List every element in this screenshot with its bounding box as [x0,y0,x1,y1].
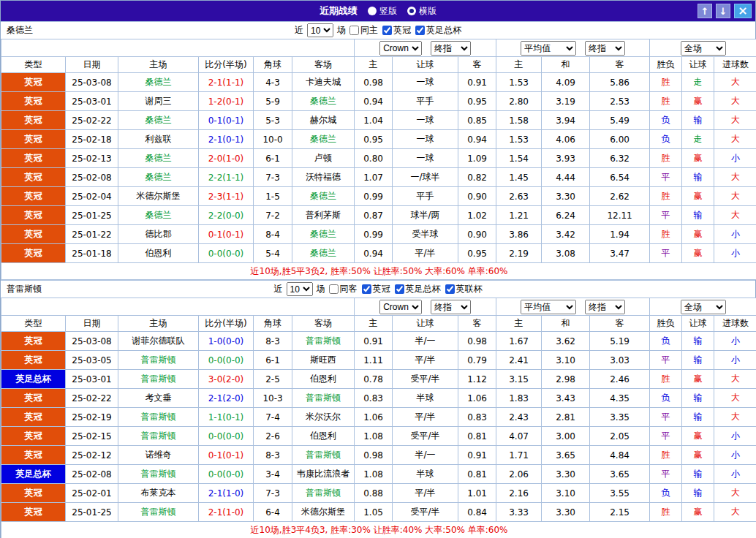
results-table: Crown 终指 平均值 终指 全场 类型日期主场比分(半场)角球客场主让球客主… [1,39,756,280]
home-team: 诺维奇 [118,446,199,465]
final-odds-select-1[interactable]: 终指 [431,41,471,56]
avg-odds-select[interactable]: 平均值 [521,300,576,314]
column-header: 主 [496,57,542,73]
corners: 4-3 [254,73,292,92]
filter-checkboxes: 同主英冠英足总杯 [349,24,461,37]
away-team: 米德尔斯堡 [292,503,355,522]
odds-company-select[interactable]: Crown [379,41,422,56]
result-goals: 大 [714,484,756,503]
result-handicap: 走 [682,73,714,92]
home-team: 桑德兰 [118,73,199,92]
filter-checkbox-input[interactable] [349,26,359,35]
avg-odds-home: 2.43 [496,408,542,427]
avg-odds-draw: 6.24 [542,206,590,225]
odds-company-select[interactable]: Crown [379,300,422,314]
match-type: 英足总杯 [1,465,66,484]
corners: 2-6 [254,427,292,446]
handicap-selects-cell: Crown 终指 [355,39,496,57]
near-label: 近 [295,24,303,37]
scroll-up-icon[interactable]: ↑ [698,4,712,18]
match-row: 英冠 25-01-25 桑德兰 2-2(0-0) 7-2 普利茅斯 0.87 球… [1,206,756,225]
avg-odds-away: 6.54 [590,168,650,187]
filter-checkbox[interactable]: 英足总杯 [415,24,461,37]
handicap-line: 一/球半 [393,168,458,187]
filter-checkbox-input[interactable] [445,284,455,294]
filter-checkbox[interactable]: 英联杯 [445,283,483,295]
filter-checkbox-input[interactable] [362,284,371,294]
final-odds-select-2[interactable]: 终指 [585,300,625,314]
column-header: 让球 [682,316,714,332]
final-odds-select-2[interactable]: 终指 [585,41,625,56]
filter-checkbox-input[interactable] [382,26,392,35]
home-team: 考文垂 [118,389,199,408]
match-date: 25-02-01 [66,484,118,503]
handicap-odds-away: 1.09 [458,149,496,168]
match-type: 英冠 [1,225,66,244]
filter-checkbox[interactable]: 同客 [329,283,358,295]
scope-select[interactable]: 全场 [681,41,726,56]
avg-odds-draw: 3.65 [542,446,590,465]
recent-count-select[interactable]: 10 [287,282,313,296]
filter-checkbox[interactable]: 英足总杯 [395,283,441,295]
result-handicap: 赢 [682,225,714,244]
match-row: 英足总杯 25-03-01 普雷斯顿 3-0(2-0) 2-5 伯恩利 0.78… [1,370,756,389]
away-team: 沃特福德 [292,168,355,187]
home-team: 米德尔斯堡 [118,187,199,206]
avg-odds-draw: 3.30 [542,503,590,522]
filter-checkbox-input[interactable] [395,284,404,294]
avg-odds-away: 2.46 [590,370,650,389]
handicap-line: 球半/两 [393,206,458,225]
column-header: 胜负 [650,57,682,73]
result-handicap: 赢 [682,446,714,465]
match-row: 英冠 25-01-25 普雷斯顿 2-1(1-0) 6-4 米德尔斯堡 1.05… [1,503,756,522]
filter-checkbox-input[interactable] [415,26,425,35]
score: 1-1(0-1) [199,408,254,427]
result-handicap: 输 [682,465,714,484]
result-handicap: 输 [682,111,714,130]
avg-odds-home: 1.21 [496,206,542,225]
score: 0-0(0-0) [199,351,254,370]
team-name: 桑德兰 [7,24,33,37]
avg-odds-home: 2.16 [496,484,542,503]
view-mode-radio-icon[interactable] [407,7,416,15]
filter-checkbox[interactable]: 同主 [349,24,378,37]
avg-odds-select[interactable]: 平均值 [521,41,576,56]
view-mode-vertical[interactable]: 竖版 [368,5,397,18]
final-odds-select-1[interactable]: 终指 [431,300,471,314]
handicap-line: 平/半 [393,244,458,263]
result-handicap: 赢 [682,187,714,206]
column-header: 客 [590,57,650,73]
score: 2-1(1-0) [199,503,254,522]
filter-checkbox[interactable]: 英冠 [382,24,411,37]
match-date: 25-02-22 [66,111,118,130]
handicap-line: 一球 [393,111,458,130]
result-wdl: 胜 [650,187,682,206]
result-wdl: 胜 [650,446,682,465]
filter-checkbox-input[interactable] [329,284,339,294]
home-team: 桑德兰 [118,168,199,187]
view-mode-radio-icon[interactable] [368,7,377,15]
home-team: 德比郡 [118,225,199,244]
avg-odds-draw: 3.30 [542,465,590,484]
filter-checkbox[interactable]: 英冠 [362,283,390,295]
corners: 6-1 [254,149,292,168]
column-header: 让球 [393,57,458,73]
match-date: 25-01-22 [66,225,118,244]
home-team: 普雷斯顿 [118,370,199,389]
view-mode-horizontal[interactable]: 横版 [407,5,436,18]
corners: 5-9 [254,92,292,111]
scope-select-cell: 全场 [650,298,756,316]
recent-count-select[interactable]: 10 [307,23,333,37]
scroll-down-icon[interactable]: ↓ [716,4,730,18]
column-header: 主 [355,57,393,73]
column-header: 类型 [1,316,66,332]
away-team: 桑德兰 [292,130,355,149]
match-row: 英冠 25-02-22 桑德兰 0-1(0-1) 5-3 赫尔城 1.04 一球… [1,111,756,130]
column-header: 角球 [254,57,292,73]
close-icon[interactable]: × [734,4,752,18]
handicap-odds-home: 1.11 [355,351,393,370]
result-handicap: 输 [682,408,714,427]
column-header: 进球数 [714,57,756,73]
scope-select[interactable]: 全场 [681,300,726,314]
home-team: 普雷斯顿 [118,351,199,370]
